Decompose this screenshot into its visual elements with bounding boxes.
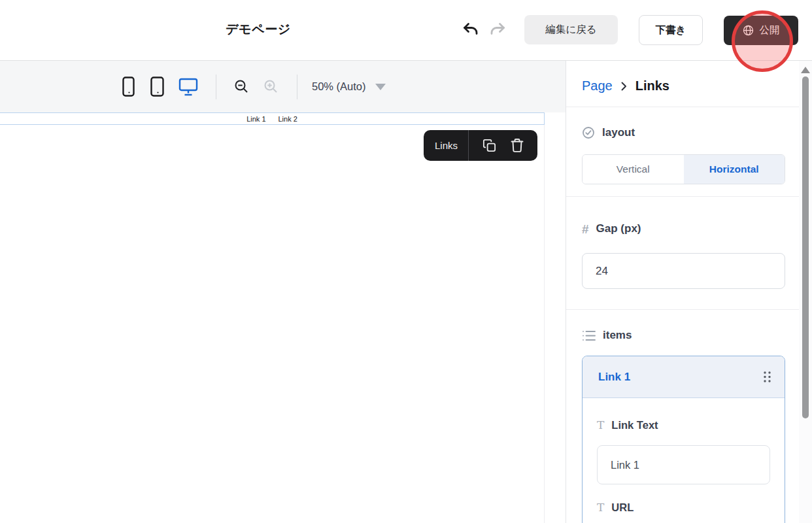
sidebar-scrollbar[interactable] — [799, 61, 812, 523]
redo-icon — [489, 22, 506, 39]
zoom-out-icon — [234, 79, 249, 94]
breadcrumb-page-link[interactable]: Page — [582, 78, 613, 93]
block-toolbar: Links — [424, 130, 537, 161]
text-field-icon: T — [597, 420, 604, 431]
toolbar-divider — [297, 75, 297, 99]
undo-icon — [462, 22, 479, 39]
page-edge-line — [544, 125, 545, 523]
tablet-icon — [150, 76, 164, 97]
app-root: デモページ 編集に戻る 下書き — [0, 0, 812, 523]
block-toolbar-label: Links — [435, 140, 458, 151]
canvas-toolbar: 50% (Auto) — [0, 61, 566, 112]
back-to-edit-button[interactable]: 編集に戻る — [524, 15, 618, 44]
zoom-level-label[interactable]: 50% (Auto) — [312, 80, 366, 93]
scroll-up-arrow-icon[interactable] — [801, 67, 810, 73]
links-block-preview[interactable]: Link 1 Link 2 — [0, 112, 545, 125]
check-circle-icon — [582, 126, 595, 139]
globe-icon — [743, 25, 754, 36]
phone-icon — [122, 76, 135, 97]
text-field-icon: T — [597, 502, 604, 513]
items-section: items Link 1 — [566, 310, 812, 523]
delete-block-button[interactable] — [510, 138, 524, 153]
settings-sidebar: Page Links layout — [566, 61, 812, 523]
publish-label: 公開 — [760, 24, 780, 37]
gap-section-label: # Gap (px) — [582, 220, 785, 237]
scrollbar-thumb[interactable] — [802, 76, 809, 418]
hash-icon: # — [582, 223, 589, 235]
gap-input[interactable] — [582, 253, 785, 289]
draft-button[interactable]: 下書き — [639, 15, 703, 45]
canvas-area: 50% (Auto) Link 1 Link 2 Links — [0, 61, 566, 523]
url-label: T URL — [597, 500, 770, 515]
page-title: デモページ — [216, 21, 301, 38]
breadcrumb-chevron-icon — [621, 82, 627, 91]
link-text-input[interactable] — [597, 445, 770, 484]
zoom-in-button[interactable] — [263, 79, 279, 94]
breadcrumb-current: Links — [635, 78, 669, 93]
drag-handle[interactable] — [760, 368, 774, 386]
zoom-in-icon — [263, 79, 279, 94]
layout-section: layout Vertical Horizontal — [566, 107, 812, 197]
undo-button[interactable] — [458, 18, 483, 42]
link-item-header[interactable]: Link 1 — [583, 356, 785, 398]
block-toolbar-divider — [468, 130, 469, 161]
chevron-down-icon[interactable] — [375, 84, 386, 90]
main-area: 50% (Auto) Link 1 Link 2 Links — [0, 61, 812, 523]
items-section-label: items — [582, 327, 785, 344]
layout-segmented-control: Vertical Horizontal — [582, 154, 785, 184]
zoom-out-button[interactable] — [234, 79, 249, 94]
layout-section-label: layout — [582, 124, 785, 141]
device-phone-button[interactable] — [122, 76, 135, 97]
device-tablet-button[interactable] — [150, 76, 164, 97]
gap-section: # Gap (px) — [566, 197, 812, 310]
toolbar-divider — [216, 75, 216, 99]
desktop-icon — [178, 77, 198, 96]
link-text-label: T Link Text — [597, 418, 770, 432]
link-item-title: Link 1 — [598, 371, 630, 384]
breadcrumb: Page Links — [566, 61, 812, 107]
header: デモページ 編集に戻る 下書き — [0, 0, 812, 61]
duplicate-block-button[interactable] — [482, 138, 497, 153]
redo-button[interactable] — [485, 18, 510, 42]
preview-link[interactable]: Link 2 — [279, 115, 297, 123]
layout-option-horizontal[interactable]: Horizontal — [684, 155, 785, 184]
list-icon — [582, 329, 596, 342]
preview-link[interactable]: Link 1 — [246, 115, 265, 123]
device-desktop-button[interactable] — [178, 77, 198, 96]
link-item-card: Link 1 — [582, 356, 785, 523]
link-item-body: T Link Text T URL — [583, 398, 785, 515]
layout-option-vertical[interactable]: Vertical — [583, 155, 684, 184]
drag-handle-icon — [763, 371, 771, 383]
copy-icon — [482, 138, 497, 153]
trash-icon — [510, 138, 524, 153]
publish-button[interactable]: 公開 — [724, 16, 798, 45]
